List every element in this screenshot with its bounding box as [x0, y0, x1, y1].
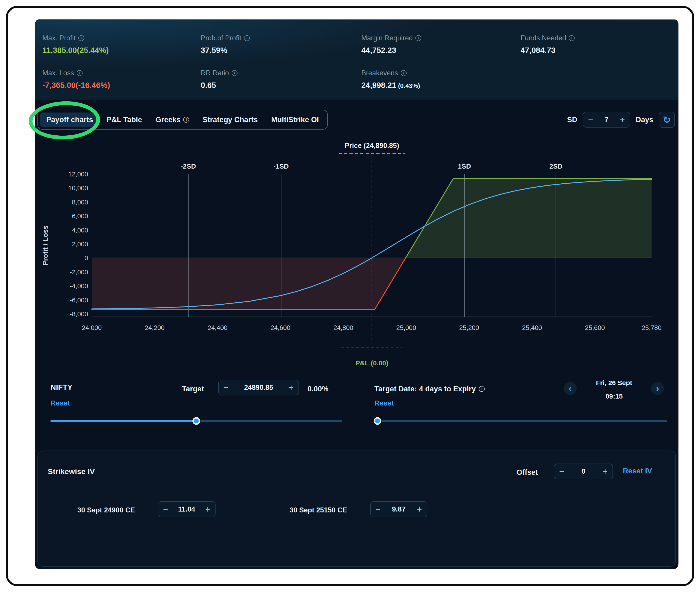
- target-date-slider[interactable]: [374, 417, 667, 425]
- stat-margin-required: Margin Requiredi 44,752.23: [361, 34, 421, 55]
- x-tick-label: 24,600: [271, 324, 290, 331]
- target-date-display: Fri, 26 Sept 09:15: [579, 376, 649, 403]
- y-tick-label: 12,000: [68, 170, 88, 178]
- prob-profit-label: Prob.of Profit: [201, 34, 241, 42]
- expiry-payoff-loss-segment: [92, 258, 406, 309]
- strike-1-iv-stepper: − 11.04 +: [158, 501, 216, 517]
- target-date-reset-link[interactable]: Reset: [374, 399, 394, 407]
- target-date-label: Target Date: 4 days to Expiryi: [374, 385, 485, 393]
- strikewise-title: Strikewise IV: [48, 467, 95, 476]
- info-icon[interactable]: i: [401, 70, 407, 76]
- instrument-label: NIFTY: [50, 383, 73, 392]
- y-axis-title: Profit / Loss: [42, 225, 49, 265]
- strike-2-iv-value: 9.87: [385, 505, 412, 513]
- tab-strategy-charts[interactable]: Strategy Charts: [196, 112, 264, 127]
- info-icon[interactable]: i: [479, 386, 485, 392]
- margin-required-value: 44,752.23: [361, 46, 421, 55]
- rr-ratio-label: RR Ratio: [201, 69, 229, 77]
- margin-required-label: Margin Required: [361, 34, 413, 42]
- options-analysis-panel: Max. Profiti 11,385.00(25.44%) Prob.of P…: [35, 19, 679, 570]
- strike-1-iv-increment-button[interactable]: +: [200, 502, 215, 517]
- info-icon[interactable]: i: [78, 35, 84, 41]
- x-tick-label: 25,600: [585, 324, 605, 331]
- info-icon[interactable]: i: [415, 35, 421, 41]
- sd-value: 7: [598, 116, 615, 124]
- info-icon[interactable]: i: [77, 70, 83, 76]
- offset-decrement-button[interactable]: −: [554, 464, 569, 479]
- target-label: Target: [182, 385, 204, 393]
- target-slider-thumb[interactable]: [192, 417, 200, 425]
- info-icon[interactable]: i: [244, 35, 250, 41]
- loss-region-fill: [92, 258, 406, 309]
- slider-track[interactable]: [374, 420, 667, 422]
- sd-increment-button[interactable]: +: [615, 112, 630, 127]
- x-tick-label: 25,400: [522, 324, 542, 331]
- y-tick-label: -2,000: [70, 268, 88, 276]
- date-next-button[interactable]: ›: [651, 382, 664, 395]
- stat-rr-ratio: RR Ratioi 0.65: [201, 69, 237, 90]
- x-tick-label: 24,200: [145, 324, 165, 331]
- sd-days-controls: SD − 7 + Days ↻: [567, 110, 675, 129]
- target-stepper: − 24890.85 +: [218, 380, 299, 395]
- offset-label: Offset: [517, 468, 538, 477]
- rr-ratio-value: 0.65: [201, 81, 237, 90]
- tab-pnl-table[interactable]: P&L Table: [100, 112, 148, 127]
- stats-header: Max. Profiti 11,385.00(25.44%) Prob.of P…: [35, 20, 679, 100]
- breakevens-label: Breakevens: [361, 69, 398, 77]
- sd-label: SD: [567, 115, 577, 124]
- stat-funds-needed: Funds Neededi 47,084.73: [521, 34, 575, 55]
- strike-2-iv-increment-button[interactable]: +: [412, 502, 427, 517]
- stat-prob-of-profit: Prob.of Profiti 37.59%: [201, 34, 250, 55]
- tab-greeks[interactable]: Greeksi: [149, 112, 195, 127]
- stat-max-loss: Max. Lossi -7,365.00(-16.46%): [42, 69, 110, 90]
- sd-label-2SD: 2SD: [550, 162, 562, 170]
- strike-1-iv-value: 11.04: [173, 505, 200, 513]
- y-tick-label: 0: [85, 254, 88, 261]
- x-tick-label: 25,000: [396, 324, 416, 331]
- stat-breakevens: Breakevensi 24,998.21(0.43%): [361, 69, 420, 90]
- info-icon[interactable]: i: [232, 70, 237, 76]
- date-slider-thumb[interactable]: [374, 417, 381, 425]
- tab-payoff-charts[interactable]: Payoff charts: [40, 112, 99, 127]
- strike-2-iv-stepper: − 9.87 +: [370, 501, 427, 517]
- target-decrement-button[interactable]: −: [219, 380, 233, 395]
- target-price-slider[interactable]: [50, 417, 342, 425]
- tab-multistrike-oi[interactable]: MultiStrike OI: [265, 112, 325, 127]
- offset-stepper: − 0 +: [554, 463, 613, 479]
- strikewise-iv-card: Strikewise IV Offset − 0 + Reset IV 30 S…: [38, 451, 676, 567]
- x-tick-label: 25,200: [459, 324, 479, 331]
- t0-pnl-curve: [92, 179, 652, 309]
- screenshot-page: Max. Profiti 11,385.00(25.44%) Prob.of P…: [0, 0, 700, 592]
- target-value: 24890.85: [233, 384, 284, 392]
- sd-label--1SD: -1SD: [273, 162, 289, 170]
- y-tick-label: 8,000: [72, 199, 88, 206]
- target-percent: 0.00%: [308, 385, 329, 393]
- max-loss-label: Max. Loss: [42, 69, 74, 77]
- strike-2-label: 30 Sept 25150 CE: [289, 506, 347, 514]
- info-icon[interactable]: i: [569, 35, 575, 41]
- sd-label-1SD: 1SD: [458, 162, 471, 170]
- profit-region-fill: [406, 178, 652, 258]
- strike-1-iv-decrement-button[interactable]: −: [158, 502, 173, 517]
- refresh-button[interactable]: ↻: [659, 112, 675, 128]
- sd-decrement-button[interactable]: −: [583, 112, 598, 127]
- target-reset-link[interactable]: Reset: [50, 399, 70, 407]
- reset-iv-link[interactable]: Reset IV: [623, 467, 652, 475]
- x-tick-label: 24,800: [333, 324, 353, 331]
- y-tick-label: 2,000: [72, 241, 88, 248]
- x-tick-label: 25,780: [642, 324, 662, 331]
- info-icon[interactable]: i: [183, 117, 189, 122]
- pnl-label: P&L (0.00): [356, 359, 388, 367]
- y-tick-label: -8,000: [70, 310, 88, 317]
- date-prev-button[interactable]: ‹: [564, 382, 577, 395]
- offset-increment-button[interactable]: +: [598, 464, 612, 479]
- target-date-day: Fri, 26 Sept: [579, 376, 649, 390]
- expiry-payoff-profit-segment: [406, 178, 652, 258]
- target-increment-button[interactable]: +: [284, 380, 298, 395]
- chart-tabs: Payoff charts P&L Table Greeksi Strategy…: [38, 110, 328, 130]
- x-tick-label: 24,000: [82, 324, 102, 331]
- y-tick-label: -6,000: [70, 297, 88, 304]
- strike-2-iv-decrement-button[interactable]: −: [371, 502, 385, 517]
- stat-max-profit: Max. Profiti 11,385.00(25.44%): [42, 34, 109, 55]
- offset-value: 0: [569, 467, 598, 476]
